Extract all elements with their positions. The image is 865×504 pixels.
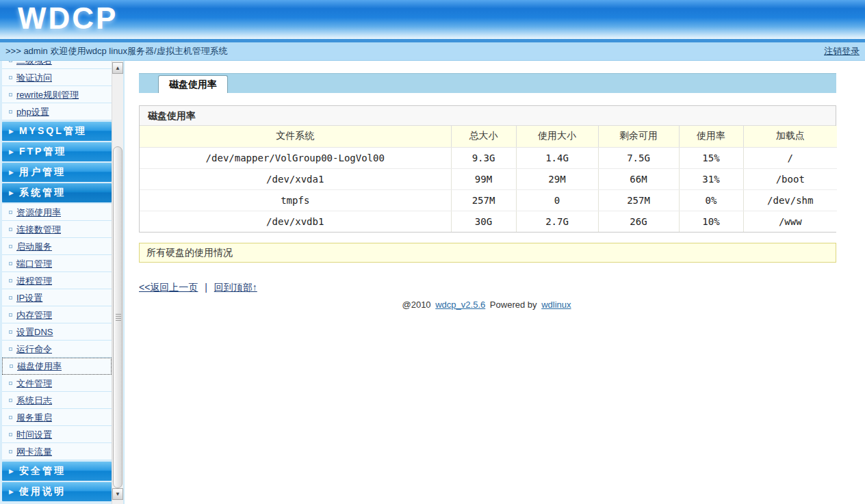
sidebar-link[interactable]: 网卡流量 — [16, 443, 52, 460]
footer: @2010 wdcp_v2.5.6 Powered by wdlinux — [139, 300, 836, 310]
sidebar-link[interactable]: 二级域名 — [16, 61, 52, 69]
triangle-right-icon: ▶ — [9, 488, 14, 495]
back-link[interactable]: <<返回上一页 — [139, 282, 198, 293]
table-row: /dev/xvda199M29M66M31%/boot — [140, 168, 837, 189]
table-cell: 10% — [679, 211, 743, 232]
sidebar-section-5[interactable]: ▶FTP管理 — [2, 142, 112, 161]
main-panel: 磁盘使用率 磁盘使用率 文件系统总大小使用大小剩余可用使用率加载点 /dev/m… — [123, 61, 865, 504]
welcome-text: >>> admin 欢迎使用wdcp linux服务器/虚拟主机管理系统 — [5, 45, 228, 57]
sidebar-section-23[interactable]: ▶安全管理 — [2, 462, 112, 481]
scrollbar-grip-icon — [116, 314, 121, 321]
table-cell: 29M — [516, 168, 598, 189]
triangle-right-icon: ▶ — [9, 189, 14, 196]
sidebar-item-14[interactable]: 内存管理 — [2, 306, 112, 323]
sidebar-item-0[interactable]: 二级域名 — [2, 61, 112, 69]
sidebar-item-8[interactable]: 资源使用率 — [2, 204, 112, 221]
sidebar-section-7[interactable]: ▶系统管理 — [2, 183, 112, 202]
sidebar-menu: 二级域名验证访问rewrite规则管理php设置▶MYSQL管理▶FTP管理▶用… — [2, 61, 112, 501]
sidebar-item-13[interactable]: IP设置 — [2, 289, 112, 306]
table-cell: 0% — [679, 189, 743, 211]
nav-links: <<返回上一页 | 回到顶部↑ — [139, 282, 865, 294]
wdlinux-link[interactable]: wdlinux — [541, 300, 571, 310]
table-row: /dev/mapper/VolGroup00-LogVol009.3G1.4G7… — [140, 147, 837, 168]
sidebar-scrollbar[interactable]: ▲ ▼ — [112, 61, 123, 504]
sidebar-item-3[interactable]: php设置 — [2, 103, 112, 120]
app-header: WDCP — [0, 0, 865, 39]
sidebar-link[interactable]: 服务重启 — [16, 409, 52, 426]
table-cell: 257M — [598, 189, 679, 211]
section-label: 使用说明 — [19, 486, 66, 498]
sidebar-section-6[interactable]: ▶用户管理 — [2, 163, 112, 182]
sidebar-item-20[interactable]: 服务重启 — [2, 409, 112, 426]
sidebar-link[interactable]: 设置DNS — [16, 323, 53, 341]
sidebar: 二级域名验证访问rewrite规则管理php设置▶MYSQL管理▶FTP管理▶用… — [0, 61, 112, 504]
square-bullet-icon — [9, 279, 12, 282]
sidebar-link[interactable]: 系统日志 — [16, 392, 52, 409]
square-bullet-icon — [9, 93, 12, 96]
logout-link[interactable]: 注销登录 — [824, 45, 860, 57]
column-header: 加载点 — [743, 126, 837, 147]
sidebar-link[interactable]: 验证访问 — [16, 69, 52, 86]
sidebar-item-19[interactable]: 系统日志 — [2, 392, 112, 409]
scroll-up-icon[interactable]: ▲ — [112, 62, 123, 74]
sidebar-item-16[interactable]: 运行命令 — [2, 341, 112, 358]
table-cell: / — [743, 147, 837, 168]
sidebar-link[interactable]: 磁盘使用率 — [17, 358, 62, 375]
tab-disk-usage[interactable]: 磁盘使用率 — [158, 75, 228, 93]
table-cell: 15% — [679, 147, 743, 168]
scroll-down-icon[interactable]: ▼ — [112, 488, 123, 500]
sidebar-item-10[interactable]: 启动服务 — [2, 238, 112, 255]
section-label: MYSQL管理 — [19, 125, 87, 137]
scrollbar-thumb[interactable] — [113, 146, 122, 488]
table-cell: 30G — [451, 211, 516, 232]
square-bullet-icon — [9, 228, 12, 231]
sidebar-section-4[interactable]: ▶MYSQL管理 — [2, 122, 112, 141]
square-bullet-icon — [9, 76, 12, 79]
version-link[interactable]: wdcp_v2.5.6 — [435, 300, 485, 310]
sidebar-item-12[interactable]: 进程管理 — [2, 272, 112, 289]
column-header: 文件系统 — [140, 126, 451, 147]
sidebar-link[interactable]: php设置 — [16, 103, 49, 120]
square-bullet-icon — [9, 347, 12, 351]
triangle-right-icon: ▶ — [9, 128, 14, 135]
square-bullet-icon — [9, 433, 12, 436]
powered-by-text: Powered by — [490, 300, 537, 310]
sidebar-link[interactable]: 文件管理 — [16, 375, 52, 392]
section-label: FTP管理 — [19, 146, 66, 158]
sidebar-link[interactable]: 运行命令 — [16, 341, 52, 358]
table-cell: 99M — [451, 168, 516, 189]
sidebar-item-15[interactable]: 设置DNS — [2, 323, 112, 341]
table-cell: /dev/mapper/VolGroup00-LogVol00 — [140, 147, 451, 168]
table-cell: 1.4G — [516, 147, 598, 168]
square-bullet-icon — [9, 399, 12, 402]
note-box: 所有硬盘的使用情况 — [139, 243, 836, 263]
sidebar-link[interactable]: rewrite规则管理 — [16, 86, 79, 103]
sidebar-link[interactable]: 端口管理 — [16, 255, 52, 272]
table-cell: 2.7G — [516, 211, 598, 232]
back-to-top-link[interactable]: 回到顶部↑ — [214, 282, 257, 293]
disk-usage-panel: 磁盘使用率 文件系统总大小使用大小剩余可用使用率加载点 /dev/mapper/… — [139, 105, 836, 233]
sidebar-item-1[interactable]: 验证访问 — [2, 69, 112, 86]
table-cell: /dev/shm — [743, 189, 837, 211]
table-row: tmpfs257M0257M0%/dev/shm — [140, 189, 837, 211]
table-header-row: 文件系统总大小使用大小剩余可用使用率加载点 — [140, 126, 837, 147]
sidebar-link[interactable]: 启动服务 — [16, 238, 52, 255]
sidebar-link[interactable]: IP设置 — [16, 289, 42, 306]
sidebar-item-17[interactable]: 磁盘使用率 — [2, 358, 112, 375]
sidebar-item-21[interactable]: 时间设置 — [2, 426, 112, 443]
table-cell: 26G — [598, 211, 679, 232]
sidebar-link[interactable]: 内存管理 — [16, 306, 52, 323]
sidebar-item-9[interactable]: 连接数管理 — [2, 221, 112, 238]
sidebar-item-2[interactable]: rewrite规则管理 — [2, 86, 112, 103]
tab-strip: 磁盘使用率 — [139, 73, 836, 93]
sidebar-section-24[interactable]: ▶使用说明 — [2, 482, 112, 501]
section-label: 用户管理 — [19, 166, 66, 178]
sidebar-link[interactable]: 进程管理 — [16, 272, 52, 289]
sidebar-link[interactable]: 连接数管理 — [16, 221, 61, 238]
sidebar-item-18[interactable]: 文件管理 — [2, 375, 112, 392]
sidebar-link[interactable]: 资源使用率 — [16, 204, 61, 221]
sidebar-item-22[interactable]: 网卡流量 — [2, 443, 112, 460]
disk-usage-table: 文件系统总大小使用大小剩余可用使用率加载点 /dev/mapper/VolGro… — [140, 126, 837, 232]
sidebar-item-11[interactable]: 端口管理 — [2, 255, 112, 272]
sidebar-link[interactable]: 时间设置 — [16, 426, 52, 443]
